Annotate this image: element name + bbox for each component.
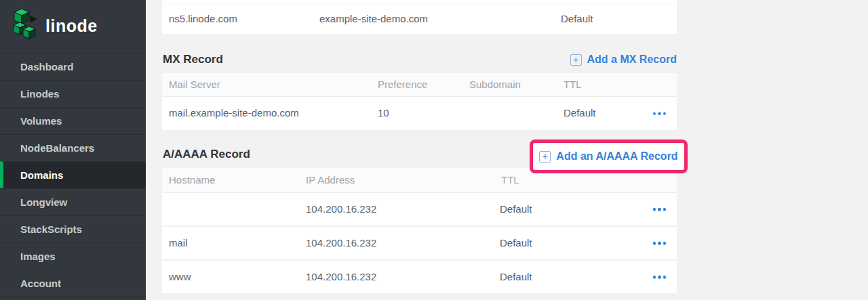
mx-col-preference: Preference	[378, 73, 427, 96]
row-actions-menu-button[interactable]	[652, 239, 668, 248]
sidebar-nav: Dashboard Linodes Volumes NodeBalancers …	[0, 53, 146, 297]
sidebar-item-volumes[interactable]: Volumes	[0, 107, 146, 134]
a-hostname-cell: mail	[169, 227, 188, 259]
sidebar-item-domains[interactable]: Domains	[0, 161, 146, 188]
add-mx-record-button[interactable]: + Add a MX Record	[570, 53, 677, 66]
domain-records-panel: ns5.linode.com example-site-demo.com Def…	[162, 0, 677, 300]
plus-icon: +	[539, 151, 551, 163]
brand-name: linode	[45, 16, 98, 36]
a-ip-cell: 104.200.16.232	[306, 261, 376, 293]
sidebar-item-account[interactable]: Account	[0, 270, 146, 297]
linode-cubes-icon	[12, 8, 41, 43]
mx-section-header: MX Record + Add a MX Record	[162, 46, 677, 73]
plus-icon: +	[570, 54, 582, 66]
sidebar-item-nodebalancers[interactable]: NodeBalancers	[0, 134, 146, 161]
ellipsis-icon	[653, 276, 656, 279]
annotation-highlight-box: + Add an A/AAAA Record	[530, 140, 688, 173]
a-col-hostname: Hostname	[169, 168, 215, 192]
ns-subdomain-cell: example-site-demo.com	[319, 3, 428, 34]
sidebar-item-images[interactable]: Images	[0, 242, 146, 270]
mx-col-subdomain: Subdomain	[469, 73, 521, 96]
mx-mail-server-cell: mail.example-site-demo.com	[169, 97, 299, 129]
mx-col-mail-server: Mail Server	[169, 73, 220, 96]
add-a-record-button[interactable]: + Add an A/AAAA Record	[539, 150, 677, 163]
table-row: mail 104.200.16.232 Default	[162, 227, 677, 261]
sidebar-item-linodes[interactable]: Linodes	[0, 80, 146, 107]
ns-ttl-cell: Default	[561, 3, 593, 34]
mx-table-header: Mail Server Preference Subdomain TTL	[162, 73, 677, 97]
a-ttl-cell: Default	[500, 261, 532, 293]
sidebar-item-stackscripts[interactable]: StackScripts	[0, 215, 146, 242]
a-ttl-cell: Default	[500, 227, 532, 259]
mx-col-ttl: TTL	[564, 73, 582, 96]
a-ttl-cell: Default	[500, 193, 532, 226]
mx-ttl-cell: Default	[564, 97, 596, 129]
a-section-title: A/AAAA Record	[163, 148, 250, 161]
sidebar: linode Dashboard Linodes Volumes NodeBal…	[0, 0, 146, 300]
add-mx-record-label: Add a MX Record	[587, 53, 677, 66]
ellipsis-icon	[653, 242, 656, 245]
mx-section-title: MX Record	[163, 53, 223, 66]
table-row: 104.200.16.232 Default	[162, 193, 677, 227]
a-col-ip-address: IP Address	[306, 168, 355, 192]
a-ip-cell: 104.200.16.232	[306, 227, 376, 259]
add-a-record-label: Add an A/AAAA Record	[556, 150, 677, 163]
a-record-table: Hostname IP Address TTL 104.200.16.232 D…	[162, 168, 677, 295]
table-row: mail.example-site-demo.com 10 Default	[162, 97, 677, 131]
a-col-ttl: TTL	[501, 168, 519, 192]
ns-name-server-cell: ns5.linode.com	[169, 3, 237, 34]
a-hostname-cell: www	[169, 261, 191, 293]
sidebar-item-longview[interactable]: Longview	[0, 188, 146, 215]
mx-record-table: Mail Server Preference Subdomain TTL mai…	[162, 73, 677, 131]
table-row: www 104.200.16.232 Default	[162, 261, 677, 295]
ellipsis-icon	[653, 112, 656, 115]
a-ip-cell: 104.200.16.232	[306, 193, 376, 226]
row-actions-menu-button[interactable]	[652, 273, 668, 282]
ellipsis-icon	[653, 208, 656, 211]
mx-preference-cell: 10	[378, 97, 389, 129]
linode-logo[interactable]: linode	[12, 8, 98, 43]
row-actions-menu-button[interactable]	[652, 205, 668, 214]
row-actions-menu-button[interactable]	[652, 109, 668, 118]
ns-record-row: ns5.linode.com example-site-demo.com Def…	[162, 0, 677, 34]
sidebar-item-dashboard[interactable]: Dashboard	[0, 53, 146, 80]
